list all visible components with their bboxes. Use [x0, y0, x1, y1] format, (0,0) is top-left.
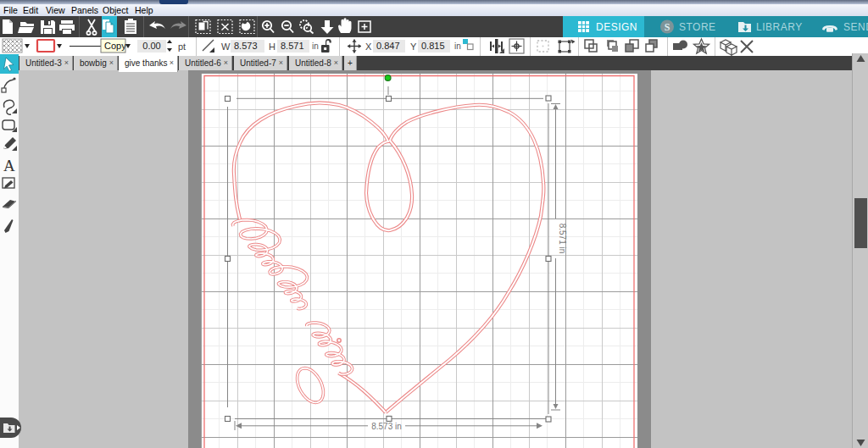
svg-text:X: X	[365, 41, 372, 52]
svg-text:8.571 in: 8.571 in	[558, 224, 567, 254]
svg-text:W: W	[221, 41, 231, 52]
svg-text:0.00: 0.00	[142, 41, 160, 51]
svg-text:in: in	[312, 41, 319, 51]
svg-text:A: A	[3, 157, 15, 174]
svg-text:Y: Y	[410, 41, 417, 52]
svg-text:in: in	[454, 41, 461, 51]
svg-text:Copy: Copy	[104, 41, 126, 51]
svg-text:8.573: 8.573	[234, 41, 258, 51]
svg-text:S: S	[665, 21, 670, 33]
svg-text:H: H	[269, 41, 275, 52]
svg-text:0.847: 0.847	[376, 41, 400, 51]
svg-text:0.815: 0.815	[421, 41, 445, 51]
svg-text:8.573 in: 8.573 in	[371, 422, 402, 431]
svg-text:8.571: 8.571	[281, 41, 304, 51]
svg-text:pt: pt	[178, 41, 186, 52]
